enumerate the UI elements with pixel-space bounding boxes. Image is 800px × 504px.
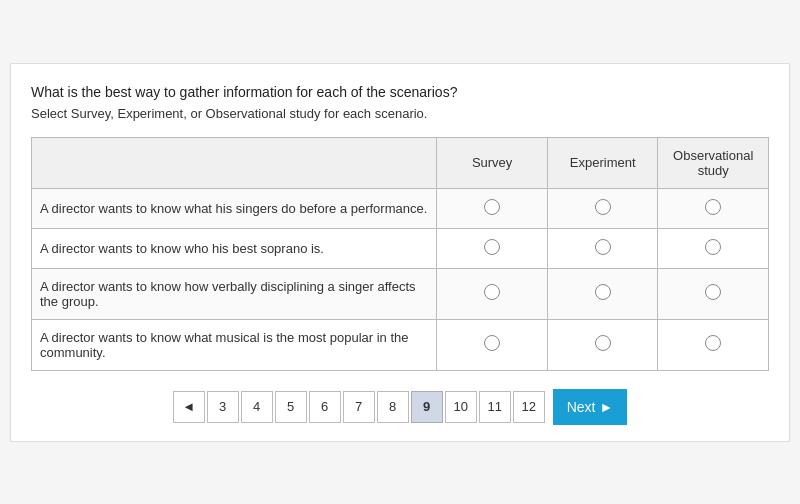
radio-circle[interactable] <box>595 199 611 215</box>
radio-observational-2[interactable] <box>658 228 769 268</box>
radio-circle[interactable] <box>484 239 500 255</box>
radio-survey-3[interactable] <box>437 268 548 319</box>
radio-circle[interactable] <box>484 335 500 351</box>
scenario-text-1: A director wants to know what his singer… <box>32 188 437 228</box>
page-button-5[interactable]: 5 <box>275 391 307 423</box>
main-container: What is the best way to gather informati… <box>10 63 790 442</box>
radio-experiment-4[interactable] <box>547 319 658 370</box>
table-row: A director wants to know what musical is… <box>32 319 769 370</box>
radio-circle[interactable] <box>705 199 721 215</box>
radio-observational-1[interactable] <box>658 188 769 228</box>
radio-experiment-1[interactable] <box>547 188 658 228</box>
table-row: A director wants to know who his best so… <box>32 228 769 268</box>
question-instruction: Select Survey, Experiment, or Observatio… <box>31 106 769 121</box>
page-button-10[interactable]: 10 <box>445 391 477 423</box>
page-button-9[interactable]: 9 <box>411 391 443 423</box>
question-title: What is the best way to gather informati… <box>31 84 769 100</box>
radio-survey-4[interactable] <box>437 319 548 370</box>
col-header-scenario <box>32 137 437 188</box>
radio-circle[interactable] <box>705 284 721 300</box>
page-button-11[interactable]: 11 <box>479 391 511 423</box>
radio-observational-3[interactable] <box>658 268 769 319</box>
page-button-4[interactable]: 4 <box>241 391 273 423</box>
col-header-observational: Observational study <box>658 137 769 188</box>
col-header-survey: Survey <box>437 137 548 188</box>
radio-circle[interactable] <box>705 335 721 351</box>
radio-survey-2[interactable] <box>437 228 548 268</box>
pagination: ◄ 3456789101112 Next ► <box>31 389 769 425</box>
prev-page-button[interactable]: ◄ <box>173 391 205 423</box>
col-header-experiment: Experiment <box>547 137 658 188</box>
radio-circle[interactable] <box>484 284 500 300</box>
table-row: A director wants to know what his singer… <box>32 188 769 228</box>
page-button-7[interactable]: 7 <box>343 391 375 423</box>
radio-experiment-3[interactable] <box>547 268 658 319</box>
table-row: A director wants to know how verbally di… <box>32 268 769 319</box>
page-button-12[interactable]: 12 <box>513 391 545 423</box>
radio-observational-4[interactable] <box>658 319 769 370</box>
scenario-table: Survey Experiment Observational study A … <box>31 137 769 371</box>
radio-circle[interactable] <box>595 239 611 255</box>
page-button-8[interactable]: 8 <box>377 391 409 423</box>
scenario-text-4: A director wants to know what musical is… <box>32 319 437 370</box>
scenario-text-2: A director wants to know who his best so… <box>32 228 437 268</box>
page-button-6[interactable]: 6 <box>309 391 341 423</box>
next-button[interactable]: Next ► <box>553 389 628 425</box>
page-button-3[interactable]: 3 <box>207 391 239 423</box>
scenario-text-3: A director wants to know how verbally di… <box>32 268 437 319</box>
radio-circle[interactable] <box>705 239 721 255</box>
radio-survey-1[interactable] <box>437 188 548 228</box>
radio-circle[interactable] <box>595 284 611 300</box>
radio-experiment-2[interactable] <box>547 228 658 268</box>
radio-circle[interactable] <box>595 335 611 351</box>
radio-circle[interactable] <box>484 199 500 215</box>
